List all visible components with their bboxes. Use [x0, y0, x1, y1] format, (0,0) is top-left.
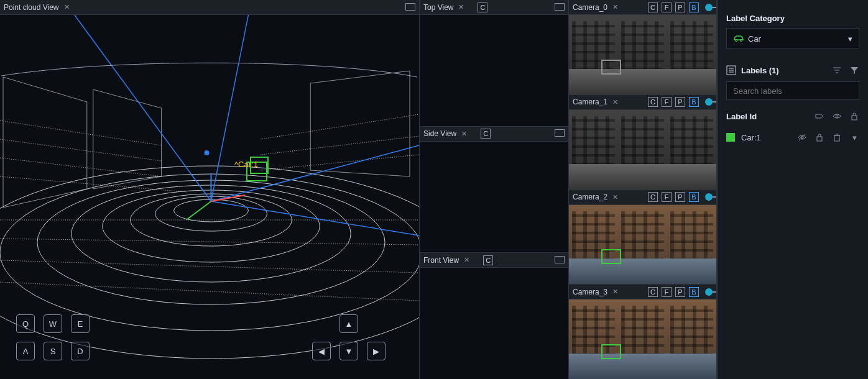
camera-3-slider[interactable] [705, 288, 713, 296]
arrow-up[interactable]: ▲ [339, 314, 358, 333]
front-view-maximize-icon[interactable] [556, 257, 565, 263]
camera-1-badge-c[interactable]: C [648, 97, 658, 107]
key-q[interactable]: Q [16, 314, 35, 333]
label-color-swatch [726, 133, 735, 142]
camera-0-badge-f[interactable]: F [662, 2, 672, 12]
top-view-title: Top View [423, 3, 453, 12]
wasd-keys: Q W E A S D [16, 314, 90, 360]
front-view-badge-c[interactable]: C [483, 255, 493, 265]
camera-2-badge-b[interactable]: B [689, 192, 699, 202]
right-sidebar: Label Category Car ▾ Labels (1) Label Id [717, 0, 868, 379]
camera-2-bbox-car-1[interactable] [601, 249, 621, 264]
lock-icon[interactable] [815, 132, 824, 142]
pointcloud-close-icon[interactable]: ✕ [63, 3, 71, 11]
camera-3-badge-c[interactable]: C [648, 287, 658, 297]
camera-header-0: Camera_0✕CFPB [569, 0, 716, 15]
camera-2-slider[interactable] [705, 193, 713, 201]
camera-0-badge-p[interactable]: P [675, 2, 685, 12]
camera-close-icon-2[interactable]: ✕ [611, 193, 619, 201]
chevron-down-icon: ▾ [848, 34, 852, 43]
label-id-header: Label Id [726, 112, 757, 121]
camera-close-icon-1[interactable]: ✕ [611, 98, 619, 106]
labels-title: Labels (1) [741, 66, 779, 75]
front-view-close-icon[interactable]: ✕ [463, 256, 471, 264]
camera-tile-2[interactable]: Camera_2✕CFPB [569, 190, 716, 285]
key-s[interactable]: S [44, 342, 62, 360]
label-category-title: Label Category [726, 14, 859, 23]
svg-point-0 [174, 199, 249, 222]
camera-title-2: Camera_2 [573, 193, 607, 201]
label-category-dropdown[interactable]: Car ▾ [726, 28, 859, 49]
pointcloud-title: Point cloud View [4, 3, 59, 12]
key-d[interactable]: D [71, 342, 90, 360]
camera-3-badge-p[interactable]: P [675, 287, 685, 297]
side-view-panel[interactable]: Side View ✕ C [420, 127, 568, 253]
labels-header: Labels (1) [726, 65, 859, 75]
filter-icon[interactable] [849, 65, 859, 75]
key-e[interactable]: E [71, 314, 90, 333]
camera-header-2: Camera_2✕CFPB [569, 190, 716, 205]
arrow-right[interactable]: ▶ [367, 342, 386, 360]
camera-tile-1[interactable]: Camera_1✕CFPB [569, 95, 716, 190]
camera-3-bbox-car-1[interactable] [601, 344, 621, 359]
arrow-down[interactable]: ▼ [339, 342, 358, 360]
camera-1-badge-b[interactable]: B [689, 97, 699, 107]
top-view-close-icon[interactable]: ✕ [457, 3, 465, 11]
tag-icon[interactable] [815, 111, 824, 121]
pointcloud-header: Point cloud View ✕ [0, 0, 419, 15]
camera-3-badge-b[interactable]: B [689, 287, 699, 297]
trash-icon[interactable] [832, 132, 842, 142]
svg-point-24 [205, 150, 210, 155]
camera-0-badge-b[interactable]: B [689, 2, 699, 12]
labels-search-input[interactable] [726, 81, 859, 100]
car-icon [733, 35, 743, 42]
label-id-header-row: Label Id [726, 111, 859, 121]
eye-off-icon[interactable] [797, 132, 807, 142]
camera-image-3 [569, 299, 716, 379]
expand-icon[interactable] [849, 132, 859, 142]
side-view-maximize-icon[interactable] [556, 130, 565, 137]
svg-line-20 [211, 15, 248, 201]
eye-icon[interactable] [832, 111, 842, 121]
camera-close-icon-0[interactable]: ✕ [611, 3, 619, 11]
key-a[interactable]: A [16, 342, 35, 360]
key-w[interactable]: W [44, 314, 62, 333]
camera-2-badge-f[interactable]: F [662, 192, 672, 202]
lock-icon[interactable] [849, 111, 859, 121]
svg-line-10 [0, 139, 162, 161]
camera-1-badge-f[interactable]: F [662, 97, 672, 107]
camera-1-badge-p[interactable]: P [675, 97, 685, 107]
sort-icon[interactable] [832, 65, 842, 75]
camera-title-1: Camera_1 [573, 98, 607, 106]
camera-0-slider[interactable] [705, 4, 713, 11]
svg-point-29 [740, 39, 742, 41]
label-row-car-1[interactable]: Car:1 [726, 132, 859, 142]
camera-3-badge-f[interactable]: F [662, 287, 672, 297]
camera-image-1 [569, 110, 716, 190]
camera-2-badge-p[interactable]: P [675, 192, 685, 202]
svg-line-19 [0, 282, 419, 301]
side-view-badge-c[interactable]: C [481, 129, 491, 139]
arrow-left[interactable]: ◀ [312, 342, 331, 360]
camera-tile-0[interactable]: Camera_0✕CFPB [569, 0, 716, 95]
front-view-panel[interactable]: Front View ✕ C [420, 253, 568, 379]
top-view-maximize-icon[interactable] [556, 4, 565, 11]
side-view-title: Side View [423, 129, 456, 138]
svg-point-37 [836, 115, 838, 117]
camera-0-bbox-car-1[interactable] [601, 60, 621, 75]
side-view-close-icon[interactable]: ✕ [460, 130, 468, 138]
camera-tile-3[interactable]: Camera_3✕CFPB [569, 285, 716, 379]
svg-line-11 [0, 158, 162, 176]
lidar-cuboid-label: ^Car:1 [234, 160, 258, 169]
top-view-badge-c[interactable]: C [478, 2, 487, 12]
camera-0-badge-c[interactable]: C [648, 2, 658, 12]
camera-close-icon-3[interactable]: ✕ [611, 288, 619, 296]
top-view-panel[interactable]: Top View ✕ C [420, 0, 568, 127]
svg-rect-42 [834, 135, 839, 141]
camera-title-3: Camera_3 [573, 288, 607, 296]
ortho-column: Top View ✕ C Side View ✕ C Front View ✕ … [420, 0, 569, 379]
pointcloud-maximize-icon[interactable] [407, 4, 415, 11]
camera-2-badge-c[interactable]: C [648, 192, 658, 202]
camera-1-slider[interactable] [705, 98, 713, 106]
list-icon [726, 65, 736, 75]
